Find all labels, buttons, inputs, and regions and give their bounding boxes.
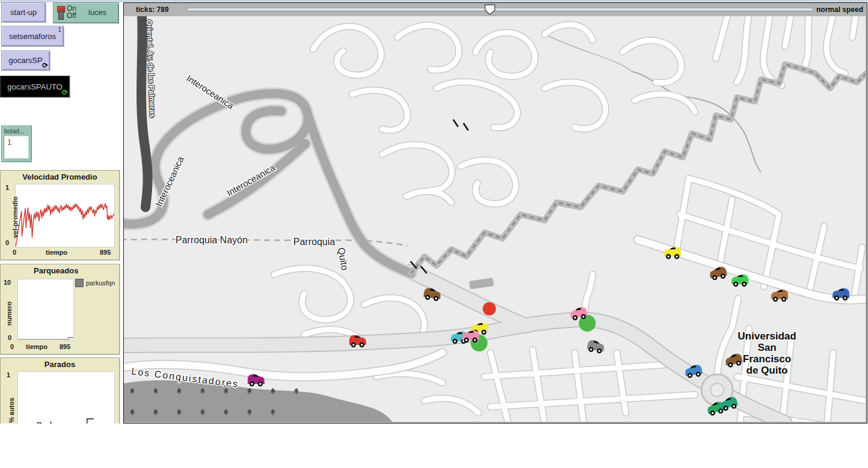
y-tick-max: 1 (7, 371, 10, 378)
y-axis-label: % autos (8, 398, 15, 423)
switch-off-label[interactable]: Off (67, 11, 76, 20)
forever-icon: ⟳ (42, 62, 48, 69)
plot-title: Velocidad Promedio (1, 172, 119, 181)
chart-series-line (18, 338, 73, 339)
x-tick-max: 895 (60, 343, 70, 350)
setsemaforos-button-label: setsemaforos (9, 32, 56, 41)
plot-parqueados: Parqueados 10 0 numero 0 tiempo 895 park… (0, 264, 120, 354)
plot-canvas (17, 371, 115, 424)
gocarssp-button[interactable]: gocarsSP ⟳ (1, 50, 50, 70)
x-tick-min: 0 (10, 343, 14, 350)
speed-slider-thumb[interactable] (484, 4, 495, 15)
plot-velocidad-promedio: Velocidad Promedio 1 0 vel-promedio 0 ti… (0, 170, 120, 260)
x-tick-min: 0 (13, 249, 16, 256)
x-axis-label: tiempo (26, 343, 47, 350)
x-tick-max: 895 (100, 249, 111, 256)
gocarsspauto-button[interactable]: gocarsSPAUTO ⟳ (0, 76, 70, 97)
botad-input-label: botad... (4, 128, 24, 135)
y-tick-max: 10 (4, 279, 11, 286)
gocarsspauto-button-label: gocarsSPAUTO (7, 82, 62, 91)
svg-text:Universidad: Universidad (738, 330, 796, 342)
chart-series-line (18, 419, 94, 424)
startup-button[interactable]: start-up (1, 2, 46, 22)
legend-color-chip (75, 279, 84, 287)
speed-label: normal speed (816, 5, 863, 14)
y-tick-max: 1 (5, 184, 9, 191)
y-axis-label: vel-promedio (11, 196, 19, 238)
parqueados-line-chart (18, 279, 73, 339)
chart-series-line (16, 203, 114, 247)
switch-track-icon (58, 11, 64, 20)
speed-slider-track[interactable] (187, 8, 813, 11)
svg-text:de Quito: de Quito (747, 365, 788, 376)
plot-legend: parkusfqn (75, 279, 115, 287)
street-label-parroquia-nayon: Parroquia Nayón (176, 235, 248, 245)
parados-line-chart (18, 372, 114, 424)
svg-text:Francisco: Francisco (743, 353, 791, 365)
plot-parados: Parados 1 % autos (0, 357, 120, 424)
street-label-parroquia: Parroquia (293, 237, 335, 247)
view-toolbar: ticks: 789 normal speed (124, 3, 867, 16)
plot-canvas (15, 184, 115, 248)
simulation-map-view[interactable]: Oriental, Av. de las Palmeras Interocean… (124, 16, 866, 422)
action-key-badge: 1 (58, 26, 61, 33)
botad-input-widget: botad... 1 (1, 126, 32, 162)
velocidad-line-chart (16, 184, 114, 247)
startup-button-label: start-up (10, 8, 37, 17)
switch-name-label: luces (88, 8, 106, 17)
label-universidad-usfq: Universidad San Francisco de Quito (738, 330, 796, 376)
luces-switch[interactable]: On Off luces (53, 2, 119, 23)
gocarssp-button-label: gocarsSP (8, 56, 42, 65)
netlogo-app-window: start-up On Off luces setsemaforos 1 goc… (0, 0, 868, 424)
ticks-counter: ticks: 789 (136, 5, 169, 14)
world-view-widget: ticks: 789 normal speed (123, 2, 867, 424)
plot-title: Parados (1, 360, 119, 369)
x-axis-label: tiempo (46, 249, 67, 256)
widget-panel: start-up On Off luces setsemaforos 1 goc… (0, 2, 120, 424)
forever-icon: ⟳ (62, 90, 68, 96)
y-tick-min: 0 (8, 334, 11, 341)
plot-title: Parqueados (34, 266, 119, 275)
map-canvas: Oriental, Av. de las Palmeras Interocean… (124, 16, 866, 422)
setsemaforos-button[interactable]: setsemaforos 1 (1, 26, 64, 46)
y-axis-label: numero (5, 302, 13, 326)
traffic-light (483, 302, 496, 315)
botad-input-field[interactable]: 1 (4, 136, 29, 159)
y-tick-min: 0 (5, 239, 9, 246)
plot-canvas (17, 279, 74, 340)
legend-entry-label: parkusfqn (86, 279, 115, 287)
svg-text:San: San (757, 342, 776, 353)
